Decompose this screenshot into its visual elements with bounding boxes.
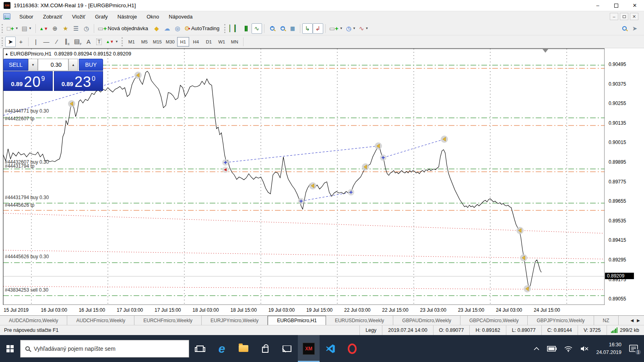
text-label-button[interactable]: T: [94, 37, 104, 47]
chart-tab-audcadmicro[interactable]: AUDCADmicro,Weekly: [0, 316, 67, 325]
profiles-button[interactable]: ▤▼: [20, 23, 33, 34]
chart-tab-eurjpymicro[interactable]: EURJPYmicro,Weekly: [202, 316, 268, 325]
menu-vloi[interactable]: Vložiť: [67, 12, 90, 21]
chart-shift-button[interactable]: ↲: [313, 23, 323, 34]
chart-tab-nz[interactable]: NZ: [594, 316, 619, 325]
navigator-button[interactable]: ★: [60, 23, 71, 34]
battery-icon[interactable]: [547, 346, 557, 352]
taskbar-search-input[interactable]: Vyhľadávaný pojem napíšte sem: [20, 340, 189, 358]
tabs-scroll-left-icon[interactable]: ◀: [631, 318, 634, 323]
tile-windows-button[interactable]: ▦: [287, 23, 298, 34]
horizontal-line-button[interactable]: —: [41, 37, 52, 47]
mdi-close-button[interactable]: ✕: [630, 13, 638, 20]
line-chart-button[interactable]: ∿: [252, 23, 262, 34]
chart-tab-eurusdmicro[interactable]: EURUSDmicro,Weekly: [326, 316, 393, 325]
feedback-cursor-button[interactable]: ➤: [630, 23, 640, 34]
trendline-button[interactable]: ∕: [52, 37, 62, 47]
arrows-tool-button[interactable]: ▲▼▼: [104, 37, 120, 47]
indicators-button[interactable]: ▭+▼: [328, 23, 345, 34]
timeframe-m15[interactable]: M15: [151, 37, 163, 47]
data-window-button[interactable]: ⊕: [50, 23, 60, 34]
timeframe-m5[interactable]: M5: [138, 37, 151, 47]
mail-taskbar-button[interactable]: [276, 335, 298, 362]
timeframe-h4[interactable]: H4: [190, 37, 202, 47]
metaeditor-button[interactable]: ◆: [151, 23, 162, 34]
cursor-tool-button[interactable]: ➤: [5, 37, 16, 47]
auto-scroll-button[interactable]: ↳: [302, 23, 313, 34]
text-tool-button[interactable]: A: [83, 37, 94, 47]
chart-shift-marker[interactable]: [543, 49, 548, 53]
zoom-in-button[interactable]: +: [266, 23, 277, 34]
volume-decrease-button[interactable]: ▼: [28, 59, 38, 71]
sell-button[interactable]: SELL: [3, 59, 28, 71]
templates-button[interactable]: ∿▼: [357, 23, 370, 34]
terminal-button[interactable]: ☰: [71, 23, 81, 34]
start-button[interactable]: [0, 335, 20, 362]
menu-npoveda[interactable]: Nápoveda: [164, 12, 197, 21]
time-axis[interactable]: 15 Jul 201916 Jul 03:0016 Jul 15:0017 Ju…: [0, 305, 605, 315]
action-center-button[interactable]: 1: [629, 344, 638, 353]
volume-increase-button[interactable]: ▲: [68, 59, 78, 71]
chart-tab-gbpjpymicro[interactable]: GBPJPYmicro,Weekly: [528, 316, 594, 325]
buy-price-display[interactable]: 0.89 23 0: [54, 71, 103, 91]
chart-tab-audchfmicro[interactable]: AUDCHFmicro,Weekly: [67, 316, 134, 325]
channel-button[interactable]: ∥E: [62, 37, 72, 47]
candlestick-chart-button[interactable]: [241, 23, 252, 34]
toolbar-grip[interactable]: [122, 37, 124, 46]
timeframe-d1[interactable]: D1: [203, 37, 215, 47]
opera-taskbar-button[interactable]: [341, 335, 363, 362]
mdi-restore-button[interactable]: [620, 13, 628, 20]
crosshair-tool-button[interactable]: +: [16, 37, 26, 47]
strategy-tester-button[interactable]: ◷: [81, 23, 92, 34]
restore-button[interactable]: [607, 0, 625, 11]
chart-tab-gbpaudmicro[interactable]: GBPAUDmicro,Weekly: [393, 316, 460, 325]
chart-tab-gbpcadmicro[interactable]: GBPCADmicro,Weekly: [460, 316, 528, 325]
minimize-button[interactable]: –: [588, 0, 607, 11]
buy-button[interactable]: BUY: [79, 59, 103, 71]
timeframe-h1[interactable]: H1: [177, 37, 189, 47]
new-order-button[interactable]: ▭+Nová objednávka: [96, 23, 151, 34]
timeframe-m30[interactable]: M30: [164, 37, 176, 47]
chart-tab-eurchfmicro[interactable]: EURCHFmicro,Weekly: [134, 316, 202, 325]
menu-nstroje[interactable]: Nástroje: [113, 12, 142, 21]
clock[interactable]: 16:30 24.07.2019: [596, 341, 621, 356]
menu-grafy[interactable]: Grafy: [90, 12, 113, 21]
volume-muted-icon[interactable]: [580, 346, 589, 352]
timeframe-mn[interactable]: MN: [229, 37, 241, 47]
market-watch-button[interactable]: ▲▼: [38, 23, 50, 34]
chart-tab-eurgbpmicro[interactable]: EURGBPmicro,H1: [268, 316, 326, 325]
wifi-icon[interactable]: [564, 346, 573, 352]
toolbar-grip[interactable]: [2, 37, 4, 46]
timeframe-m1[interactable]: M1: [126, 37, 138, 47]
vertical-line-button[interactable]: |: [31, 37, 41, 47]
file-explorer-taskbar-button[interactable]: [233, 335, 254, 362]
close-button[interactable]: ✕: [625, 0, 644, 11]
chart-area[interactable]: ▲EURGBPmicro,H1 0.89289 0.89294 0.89152 …: [0, 48, 644, 315]
volume-input[interactable]: 0.30: [38, 59, 68, 71]
search-button[interactable]: [619, 23, 630, 34]
chart-window-icon[interactable]: [3, 13, 10, 20]
zoom-out-button[interactable]: –: [277, 23, 287, 34]
task-view-button[interactable]: [189, 335, 211, 362]
toolbar-grip[interactable]: [224, 24, 226, 33]
new-chart-button[interactable]: □+▼: [5, 23, 20, 34]
menu-okno[interactable]: Okno: [142, 12, 164, 21]
menu-zobrazi[interactable]: Zobraziť: [38, 12, 67, 21]
signals-button[interactable]: ◎: [172, 23, 183, 34]
tabs-scroll-right-icon[interactable]: ▶: [637, 318, 640, 323]
bar-chart-button[interactable]: ▏▎: [228, 23, 241, 34]
fibonacci-button[interactable]: ▤F: [72, 37, 83, 47]
periods-button[interactable]: ◷▼: [345, 23, 357, 34]
timeframe-w1[interactable]: W1: [216, 37, 228, 47]
toolbar-grip[interactable]: [2, 24, 4, 33]
store-taskbar-button[interactable]: [254, 335, 276, 362]
menu-sbor[interactable]: Súbor: [14, 12, 38, 21]
edge-taskbar-button[interactable]: e: [211, 335, 233, 362]
sell-price-display[interactable]: 0.89 20 9: [3, 71, 53, 91]
autotrading-button[interactable]: ⚙●AutoTrading: [183, 23, 223, 34]
mdi-minimize-button[interactable]: –: [610, 13, 618, 20]
mql5-community-button[interactable]: ☁: [162, 23, 172, 34]
vscode-taskbar-button[interactable]: [320, 335, 341, 362]
tray-expand-icon[interactable]: [533, 347, 540, 351]
xm-mt4-taskbar-button[interactable]: XM: [298, 335, 320, 362]
